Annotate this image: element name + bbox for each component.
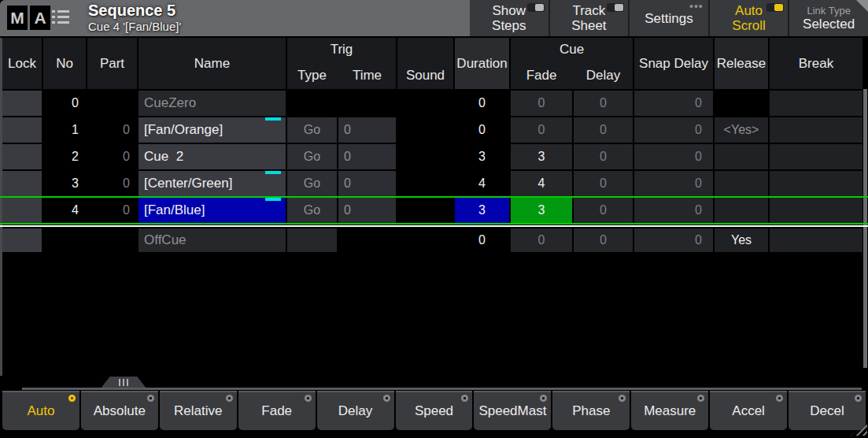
cell-number[interactable] [43,228,86,252]
column-header-lock[interactable]: Lock [2,38,42,89]
cell-name[interactable]: OffCue [139,228,286,252]
column-header-cue-delay[interactable]: Delay [574,65,633,87]
cell-number[interactable]: 0 [43,91,86,116]
cell-snap-delay[interactable]: 0 [634,91,713,116]
cell-delay[interactable]: 0 [574,198,633,223]
cell-duration[interactable]: 3 [455,144,509,169]
cell-trig-time[interactable] [338,91,396,116]
cell-trig-time[interactable]: 0 [338,198,396,223]
cell-trig-sound[interactable] [397,228,453,252]
cell-delay[interactable]: 0 [574,171,633,196]
cell-part[interactable]: 0 [87,198,137,223]
cell-name[interactable]: [Center/Green] [139,171,286,196]
cell-trig-type[interactable]: Go [287,117,337,143]
cell-fade[interactable]: 0 [511,228,572,252]
cell-trig-sound[interactable] [397,171,453,196]
cell-fade[interactable]: 3 [511,144,572,169]
footer-button-measure[interactable]: Measure [631,391,708,430]
cell-number[interactable]: 2 [43,144,86,169]
drag-handle[interactable] [101,377,146,388]
cell-break[interactable] [770,144,862,169]
footer-button-fade[interactable]: Fade [238,391,316,430]
cell-name[interactable]: [Fan/Orange] [139,117,286,143]
cell-lock[interactable] [2,91,42,116]
ma-logo[interactable]: M A [7,6,50,30]
cell-snap-delay[interactable]: 0 [634,228,713,252]
cell-trig-time[interactable]: 0 [338,144,396,169]
cell-trig-sound[interactable] [397,198,453,223]
column-header-trig-time[interactable]: Time [338,65,396,87]
button-settings[interactable]: Settings••• [630,0,708,36]
cell-name[interactable]: [Fan/Blue] [139,198,286,223]
cell-snap-delay[interactable]: 0 [634,198,713,223]
cell-trig-sound[interactable] [397,91,453,116]
cell-number[interactable]: 3 [43,171,86,196]
column-header-release[interactable]: Release [715,38,768,89]
column-group-cue[interactable]: Cue [511,39,633,60]
cell-release[interactable] [715,144,768,169]
footer-button-delay[interactable]: Delay [317,391,394,430]
column-header-name[interactable]: Name [139,38,286,89]
cell-trig-sound[interactable] [397,144,453,169]
button-track-sheet[interactable]: TrackSheet [550,0,629,36]
cell-lock[interactable] [2,198,42,223]
cell-delay[interactable]: 0 [574,117,633,143]
vertical-scrollbar[interactable] [863,89,867,368]
cell-part[interactable]: 0 [87,117,137,143]
cell-lock[interactable] [2,117,42,143]
cell-release[interactable] [715,91,768,116]
column-header-duration[interactable]: Duration [455,38,509,89]
footer-button-relative[interactable]: Relative [160,391,237,430]
cell-release[interactable] [715,171,768,196]
cell-trig-time[interactable]: 0 [338,117,396,143]
cell-release[interactable] [715,198,768,223]
cell-delay[interactable]: 0 [574,144,633,169]
column-header-trig-sound[interactable]: Sound [397,65,453,87]
cell-number[interactable]: 4 [43,198,86,223]
cell-trig-time[interactable]: 0 [338,171,396,196]
cell-break[interactable] [770,117,862,143]
cell-break[interactable] [770,171,862,196]
list-menu-icon[interactable] [52,10,69,24]
footer-button-speedmast[interactable]: SpeedMast [474,391,551,430]
column-header-snap-delay[interactable]: Snap Delay [634,38,713,89]
cell-fade[interactable]: 3 [511,198,572,223]
cell-part[interactable]: 0 [87,171,137,196]
cell-lock[interactable] [2,171,42,196]
cell-trig-sound[interactable] [397,117,453,143]
cell-part[interactable] [87,91,137,116]
cell-break[interactable] [770,198,862,223]
cell-number[interactable]: 1 [43,117,86,143]
cell-release[interactable]: <Yes> [715,117,768,143]
cell-fade[interactable]: 0 [511,117,572,143]
cell-name[interactable]: Cue 2 [139,144,286,169]
cell-snap-delay[interactable]: 0 [634,171,713,196]
footer-button-accel[interactable]: Accel [710,391,787,430]
cell-lock[interactable] [2,228,42,252]
cell-snap-delay[interactable]: 0 [634,144,713,169]
cell-trig-type[interactable]: Go [287,171,337,196]
cell-trig-type[interactable] [287,91,337,116]
cell-lock[interactable] [2,144,42,169]
cell-break[interactable] [770,228,862,252]
cell-trig-type[interactable]: Go [287,198,337,223]
footer-button-absolute[interactable]: Absolute [81,391,158,430]
cell-delay[interactable]: 0 [574,91,633,116]
footer-button-phase[interactable]: Phase [552,391,630,430]
cell-trig-type[interactable]: Go [287,144,337,169]
cell-snap-delay[interactable]: 0 [634,117,713,143]
column-header-part[interactable]: Part [87,38,137,89]
footer-button-auto[interactable]: Auto [2,391,79,430]
column-group-trig[interactable]: Trig [287,39,396,60]
cell-duration[interactable]: 0 [455,117,509,143]
cell-break[interactable] [770,91,862,116]
button-link-type[interactable]: Link TypeSelected [789,0,868,36]
cell-duration[interactable]: 3 [455,198,509,223]
button-auto-scroll[interactable]: AutoScroll [710,0,789,36]
column-header-no[interactable]: No [43,38,86,89]
footer-button-decel[interactable]: Decel [789,391,866,430]
column-header-break[interactable]: Break [770,38,862,89]
cell-duration[interactable]: 0 [455,228,509,252]
cell-fade[interactable]: 4 [511,171,572,196]
column-header-cue-fade[interactable]: Fade [511,65,572,87]
